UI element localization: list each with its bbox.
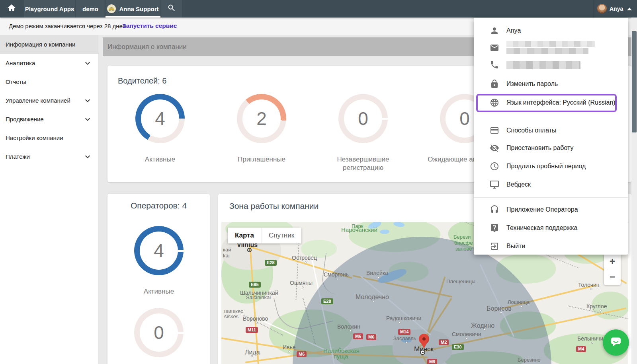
blurred-email (506, 41, 595, 54)
chat-widget-button[interactable] (603, 329, 629, 356)
donut-block: 0Незавершившие регистрацию (321, 94, 405, 172)
satellite-view-button[interactable]: Спутник (261, 228, 301, 243)
menu-divider (474, 197, 628, 198)
map-label: Воложин (337, 323, 360, 330)
menu-item-payment-methods[interactable]: Способы оплаты (474, 123, 628, 138)
road-badge: М14 (398, 329, 410, 335)
menu-item-label: Приложение Оператора (506, 206, 578, 213)
taxi-avatar-icon (107, 4, 116, 13)
map-pin-icon (419, 334, 429, 344)
start-service-link[interactable]: Запустить сервис (122, 22, 177, 29)
sidebar-item-1[interactable]: Информация о компании (0, 35, 98, 54)
map-label: Ошмяны (290, 280, 313, 286)
blurred-phone (506, 58, 580, 69)
menu-item-extend-trial[interactable]: Продлить пробный период (474, 158, 628, 174)
sidebar-item-label: Продвижение (6, 116, 44, 123)
menu-item-label: Выйти (506, 243, 525, 250)
map-label: Нарочанский (341, 226, 377, 233)
donut-chart: 0 (338, 94, 388, 143)
email-icon (490, 43, 499, 53)
map-label: Жодино (471, 322, 494, 329)
menu-item-profile-name: Anya (474, 23, 628, 39)
eye-off-icon (490, 143, 499, 153)
sidebar-item-2[interactable]: Аналитика (0, 54, 98, 72)
home-button[interactable] (0, 0, 23, 18)
chevron-down-icon (83, 115, 92, 124)
menu-item-tech-support[interactable]: Техническая поддержка (474, 220, 628, 236)
sidebar-item-5[interactable]: Продвижение (0, 110, 98, 128)
nav-divider (594, 0, 594, 18)
town-dot (337, 278, 339, 280)
scrollbar-track[interactable] (631, 18, 637, 364)
person-icon (490, 26, 499, 35)
road-badge: E28 (321, 298, 333, 304)
sidebar-item-3[interactable]: Отчеты (0, 72, 98, 91)
sidebar-item-6[interactable]: Настройки компании (0, 128, 98, 147)
demo-banner-text: Демо режим заканчивается через 28 дней (9, 23, 126, 29)
road-badge: E85 (249, 282, 261, 288)
headset-icon (490, 205, 499, 214)
chevron-down-icon (83, 152, 92, 162)
search-button[interactable] (161, 0, 182, 18)
donut-label: Активные (118, 155, 202, 164)
menu-item-logout[interactable]: Выйти (474, 238, 628, 254)
donut-chart: 2 (237, 94, 286, 143)
map-label: Борисов (487, 305, 512, 312)
road-badge: М6 (366, 334, 376, 340)
user-dropdown-menu: AnyaИзменить парольЯзык интерфейса: Русс… (474, 18, 628, 255)
menu-item-interface-language[interactable]: Язык интерфейса: Русский (Russian) (474, 95, 628, 111)
sidebar-item-7[interactable]: Платежи (0, 147, 98, 166)
map-label: запове (455, 246, 472, 252)
phone-icon (490, 60, 499, 70)
donut-block: 4Активные (117, 226, 201, 296)
zoom-in-button[interactable]: + (604, 254, 621, 269)
map-card-title: Зона работы компании (229, 201, 318, 211)
town-dot (406, 341, 408, 343)
menu-item-webdesk[interactable]: Вебдеск (474, 177, 628, 193)
sidebar-item-label: Информация о компании (6, 41, 75, 48)
road-badge: М9 (427, 359, 437, 364)
sidebar-item-4[interactable]: Управление компанией (0, 91, 98, 110)
scrollbar-thumb[interactable] (632, 31, 637, 132)
town-dot (590, 288, 592, 290)
operators-card: Операторов: 4 4Активные0 (107, 194, 210, 364)
map-label: Круглое (586, 303, 607, 309)
map-label: Берези (453, 234, 471, 240)
menu-item-suspend-work[interactable]: Приостановить работу (474, 140, 628, 156)
donut-label: Незавершившие регистрацию (321, 155, 405, 172)
menu-item-change-password[interactable]: Изменить пароль (474, 76, 628, 92)
map-label: kai (223, 253, 230, 259)
zoom-out-button[interactable]: − (604, 269, 621, 284)
user-menu-button[interactable]: Anya (597, 0, 632, 18)
sidebar: Информация о компанииАналитикаОтчетыУпра… (0, 35, 98, 364)
donut-value: 4 (134, 226, 184, 275)
menu-item-label: Anya (506, 27, 521, 34)
map-view-button[interactable]: Карта (228, 228, 261, 243)
blurred-text (506, 48, 588, 54)
map-label: Толочин (578, 282, 600, 288)
town-dot (521, 306, 523, 308)
blurred-text (506, 41, 595, 47)
blurred-text (506, 61, 580, 69)
sidebar-item-label: Платежи (6, 153, 30, 160)
donut-label: Приглашенные (220, 155, 303, 164)
sidebar-item-label: Настройки компании (6, 134, 63, 141)
tab-demo[interactable]: demo (76, 0, 105, 18)
map-label: Молодечно (356, 294, 389, 301)
map-label: Радошковичи (386, 315, 421, 321)
menu-item-operator-app[interactable]: Приложение Оператора (474, 202, 628, 218)
road-badge: М11 (246, 327, 258, 333)
map-label: Šalčininkai (246, 294, 271, 300)
donut-chart: 4 (134, 226, 184, 275)
road-badge: Е30 (452, 344, 464, 350)
tab-anna-support[interactable]: Anna Support (106, 0, 160, 18)
home-icon (7, 3, 16, 14)
tab-playground-apps[interactable]: Playground Apps (24, 0, 75, 18)
donut-block: 2Приглашенные (220, 94, 303, 164)
town-dot (302, 286, 304, 288)
chevron-down-icon (83, 96, 92, 105)
user-name: Anya (610, 6, 623, 12)
donut-chart: 4 (135, 94, 185, 143)
town-dot (591, 342, 593, 344)
town-dot (399, 321, 401, 323)
